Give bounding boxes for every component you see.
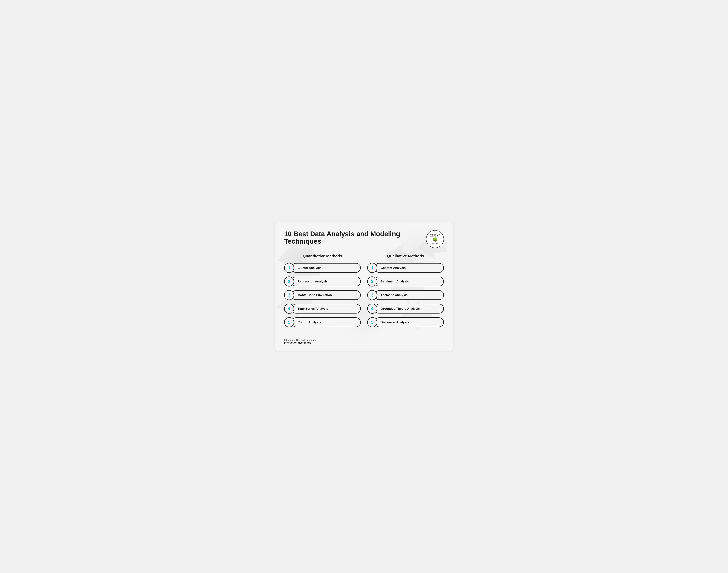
quant-bubble-3: Monte Carlo Simulation [291,290,361,300]
qualitative-column: Qualitative Methods 1 Content Analysis 2… [367,254,444,331]
footer: Interaction Design Foundation interactio… [284,336,444,344]
quant-item-2: 2 Regression Analysis [284,276,361,286]
qual-bubble-3: Thematic Analysis [374,290,444,300]
qual-item-4: 4 Grounded Theory Analysis [367,304,444,314]
columns: Quantitative Methods 1 Cluster Analysis … [284,254,444,331]
qual-number-4: 4 [367,304,377,314]
qual-bubble-4: Grounded Theory Analysis [374,304,444,314]
logo-est: Est. 2002 [432,243,438,244]
quantitative-column: Quantitative Methods 1 Cluster Analysis … [284,254,361,331]
header: 10 Best Data Analysis and Modeling Techn… [284,230,444,248]
qual-item-1: 1 Content Analysis [367,263,444,273]
quant-item-3: 3 Monte Carlo Simulation [284,290,361,300]
quant-label-3: Monte Carlo Simulation [297,293,332,297]
quant-item-5: 5 Cohort Analysis [284,317,361,327]
quant-number-3: 3 [284,290,294,300]
quant-bubble-5: Cohort Analysis [291,317,361,327]
qual-label-4: Grounded Theory Analysis [381,307,420,310]
quant-number-5: 5 [284,317,294,327]
qual-bubble-2: Sentiment Analysis [374,277,444,286]
qual-label-1: Content Analysis [381,266,406,270]
qual-number-5: 5 [367,317,377,327]
main-card: 10 Best Data Analysis and Modeling Techn… [275,222,453,351]
quant-bubble-1: Cluster Analysis [291,263,361,273]
logo-tree-icon: 🌳 [432,238,438,242]
qual-number-1: 1 [367,263,377,273]
qual-label-5: Discourse Analysis [381,320,409,324]
quantitative-heading: Quantitative Methods [284,254,361,258]
qual-item-2: 2 Sentiment Analysis [367,276,444,286]
quant-item-1: 1 Cluster Analysis [284,263,361,273]
logo-text: ✦ INTERACTION DESIGN ✦FOUNDATION ✦ [428,234,442,238]
footer-org: Interaction Design Foundation [284,338,444,341]
quant-number-1: 1 [284,263,294,273]
quant-item-4: 4 Time Series Analysis [284,304,361,314]
quant-bubble-4: Time Series Analysis [291,304,361,314]
qual-label-3: Thematic Analysis [381,293,407,297]
quant-label-5: Cohort Analysis [297,320,321,324]
quant-number-4: 4 [284,304,294,314]
qual-bubble-1: Content Analysis [374,263,444,273]
qual-item-3: 3 Thematic Analysis [367,290,444,300]
quant-number-2: 2 [284,276,294,286]
footer-url: interaction-design.org [284,341,444,344]
quant-label-1: Cluster Analysis [297,266,322,270]
quant-bubble-2: Regression Analysis [291,277,361,286]
qual-number-2: 2 [367,276,377,286]
qual-label-2: Sentiment Analysis [381,280,409,283]
quant-label-4: Time Series Analysis [297,307,328,310]
qualitative-heading: Qualitative Methods [367,254,444,258]
qual-item-5: 5 Discourse Analysis [367,317,444,327]
qual-bubble-5: Discourse Analysis [374,317,444,327]
qual-number-3: 3 [367,290,377,300]
page-title: 10 Best Data Analysis and Modeling Techn… [284,230,410,245]
logo: ✦ INTERACTION DESIGN ✦FOUNDATION ✦ 🌳 Est… [426,230,444,248]
quant-label-2: Regression Analysis [297,280,328,283]
